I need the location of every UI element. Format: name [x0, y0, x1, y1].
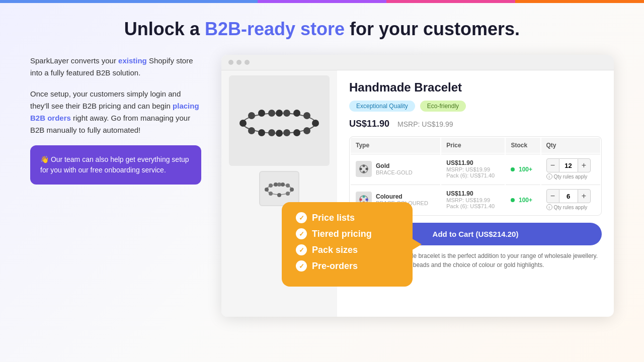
svg-point-16 — [248, 127, 255, 134]
variant-1-price-cell: US$11.90 MSRP: US$19.99 Pack (6): US$71.… — [441, 154, 505, 184]
check-icon-2 — [296, 228, 307, 239]
variant-2-qty-cell: − 6 + i Qty rules apply — [541, 185, 600, 214]
svg-point-15 — [258, 129, 265, 136]
variant-2-stock-cell: 100+ — [506, 185, 540, 214]
svg-point-26 — [277, 193, 281, 197]
para-2: Once setup, your customers simply login … — [30, 88, 201, 136]
svg-point-34 — [360, 199, 362, 201]
top-color-bar — [0, 0, 644, 3]
svg-point-18 — [265, 188, 269, 192]
svg-point-14 — [268, 129, 275, 136]
feature-label-4: Pre-orders — [312, 261, 358, 272]
variant-2-price: US$11.90 — [446, 190, 500, 197]
headline-highlight: B2B-ready store — [205, 19, 345, 39]
col-stock: Stock — [506, 138, 540, 153]
svg-point-27 — [269, 192, 273, 196]
variant-1-msrp: MSRP: US$19.99 — [446, 166, 500, 172]
onboarding-box: 👋 Our team can also help get everything … — [30, 145, 201, 185]
bracelet-svg-main — [236, 101, 322, 141]
variant-1-qty-cell: − 12 + i Qty rules apply — [541, 154, 600, 184]
check-icon-1 — [296, 212, 307, 223]
top-bar-pink — [386, 0, 515, 3]
svg-point-5 — [276, 110, 283, 117]
onboarding-text: Our team can also help get everything se… — [40, 155, 189, 174]
info-icon-1: i — [546, 173, 552, 179]
svg-point-36 — [366, 199, 368, 201]
variant-2-stock: 100+ — [519, 197, 532, 204]
qty-control-2: − 6 + — [546, 189, 595, 203]
product-msrp: MSRP: US$19.99 — [397, 120, 453, 128]
svg-point-1 — [239, 120, 247, 127]
svg-point-21 — [277, 183, 281, 187]
stock-dot-1 — [511, 167, 515, 171]
col-qty: Qty — [541, 138, 600, 153]
top-bar-orange — [515, 0, 644, 3]
browser-mockup: Price lists Tiered pricing Pack sizes Pr… — [221, 55, 614, 317]
qty-note-2: i Qty rules apply — [546, 204, 595, 210]
thumb-bracelet-svg — [264, 178, 294, 199]
svg-point-4 — [268, 110, 275, 117]
product-thumb-1[interactable] — [259, 171, 299, 206]
qty-minus-1[interactable]: − — [546, 158, 559, 172]
product-tags: Exceptional Quality Eco-friendly — [349, 101, 602, 112]
svg-point-12 — [283, 129, 290, 136]
left-column: SparkLayer converts your existing Shopif… — [30, 55, 201, 185]
col-type: Type — [351, 138, 440, 153]
browser-dot-3 — [245, 60, 250, 65]
feature-item-3: Pack sizes — [296, 244, 398, 255]
variant-1-img — [356, 161, 372, 177]
svg-point-19 — [269, 184, 273, 188]
main-content: Unlock a B2B-ready store for your custom… — [0, 3, 644, 362]
feature-label-3: Pack sizes — [312, 245, 358, 255]
info-icon-2: i — [546, 204, 552, 210]
qty-value-2: 6 — [559, 189, 578, 203]
svg-point-25 — [286, 192, 290, 196]
feature-label-2: Tiered pricing — [312, 229, 372, 239]
svg-point-20 — [274, 183, 278, 187]
headline-suffix: for your customers. — [345, 19, 520, 39]
qty-minus-2[interactable]: − — [546, 189, 559, 203]
top-bar-blue — [0, 0, 258, 3]
svg-point-6 — [283, 110, 290, 117]
variant-2-name: Coloured — [376, 193, 428, 200]
table-row: Gold BRACE-GOLD US$11.90 MSRP: US$19.99 … — [351, 154, 600, 184]
browser-bar — [221, 55, 614, 70]
onboarding-emoji: 👋 — [40, 155, 49, 163]
variant-2-pack: Pack (6): US$71.40 — [446, 203, 500, 209]
svg-point-9 — [312, 120, 319, 127]
browser-dot-1 — [228, 60, 233, 65]
para-1: SparkLayer converts your existing Shopif… — [30, 55, 201, 79]
svg-point-3 — [258, 110, 265, 117]
svg-point-7 — [293, 110, 300, 117]
stock-dot-2 — [511, 198, 515, 202]
svg-point-22 — [281, 183, 285, 187]
variant-1-price: US$11.90 — [446, 159, 500, 166]
qty-plus-2[interactable]: + — [578, 189, 591, 203]
browser-dot-2 — [236, 60, 242, 65]
para1-before: SparkLayer converts your — [30, 56, 118, 65]
svg-point-24 — [290, 188, 294, 192]
browser-body: Price lists Tiered pricing Pack sizes Pr… — [221, 70, 614, 317]
svg-point-32 — [363, 171, 365, 173]
product-price: US$11.90 — [349, 119, 389, 129]
qty-plus-1[interactable]: + — [578, 158, 591, 172]
headline-prefix: Unlock a — [124, 19, 205, 39]
svg-point-35 — [363, 196, 365, 198]
product-main-image — [229, 75, 330, 166]
qty-control-1: − 12 + — [546, 158, 595, 172]
feature-item-2: Tiered pricing — [296, 228, 398, 239]
variant-1-name: Gold — [376, 162, 413, 169]
variant-2-price-cell: US$11.90 MSRP: US$19.99 Pack (6): US$71.… — [441, 185, 505, 214]
price-row: US$11.90 MSRP: US$19.99 — [349, 119, 602, 129]
svg-point-13 — [276, 130, 283, 137]
svg-point-2 — [248, 112, 255, 119]
svg-point-8 — [303, 112, 310, 119]
page-headline: Unlock a B2B-ready store for your custom… — [124, 18, 520, 40]
feature-item-4: Pre-orders — [296, 260, 398, 272]
qty-note-1: i Qty rules apply — [546, 173, 595, 179]
svg-point-30 — [363, 165, 365, 167]
variant-1-sku: BRACE-GOLD — [376, 169, 413, 175]
para1-link[interactable]: existing — [118, 56, 147, 65]
qty-value-1: 12 — [559, 158, 578, 172]
svg-point-31 — [366, 168, 368, 170]
